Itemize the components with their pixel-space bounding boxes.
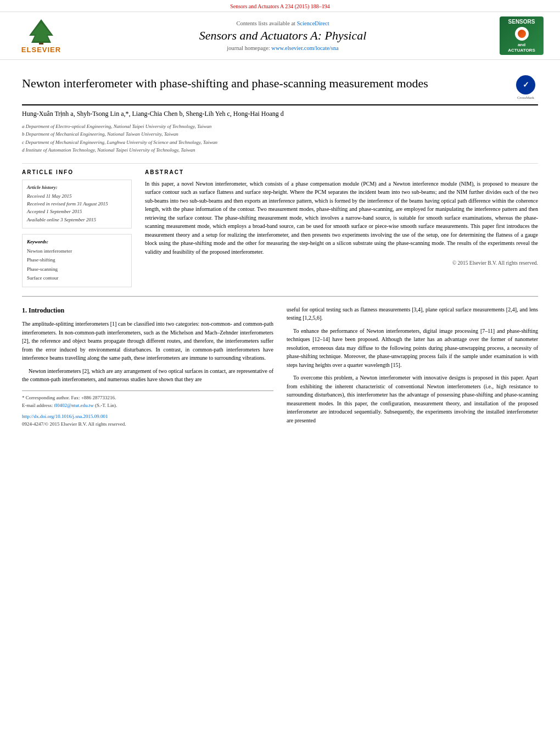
keyword-4: Surface contour xyxy=(27,274,127,282)
keyword-3: Phase-scanning xyxy=(27,265,127,274)
abstract-col: ABSTRACT In this paper, a novel Newton i… xyxy=(145,169,538,287)
revised-date: Received in revised form 31 August 2015 xyxy=(27,200,127,208)
main-content: Newton interferometer with phase-shiftin… xyxy=(0,60,560,440)
affiliation-a: a Department of Electro-optical Engineer… xyxy=(22,122,538,130)
intro-right-para-1: useful for optical testing such as flatn… xyxy=(287,305,538,322)
body-col-left: 1. Introduction The amplitude-splitting … xyxy=(22,305,273,429)
footnote-email: E-mail address: fl0402@ntut.edu.tw (S.-T… xyxy=(22,402,273,410)
info-abstract-section: ARTICLE INFO Article history: Received 1… xyxy=(22,163,538,287)
footnote-email-link[interactable]: fl0402@ntut.edu.tw xyxy=(54,403,93,408)
article-info-col: ARTICLE INFO Article history: Received 1… xyxy=(22,169,132,287)
body-two-col: 1. Introduction The amplitude-splitting … xyxy=(22,305,538,429)
elsevier-wordmark: ELSEVIER xyxy=(21,46,61,54)
crossmark-label: CrossMark xyxy=(517,96,534,100)
paper-title-section: Newton interferometer with phase-shiftin… xyxy=(22,65,538,105)
sciencedirect-link[interactable]: ScienceDirect xyxy=(297,20,329,26)
journal-header: ELSEVIER Contents lists available at Sci… xyxy=(0,12,560,60)
affiliation-b: b Department of Mechanical Engineering, … xyxy=(22,130,538,138)
received-date: Received 11 May 2015 xyxy=(27,192,127,200)
sensors-actuators-logo: SENSORS and ACTUATORS xyxy=(500,16,544,55)
article-history-label: Article history: xyxy=(27,185,127,190)
affiliations: a Department of Electro-optical Engineer… xyxy=(22,120,538,157)
journal-name: Sensors and Actuators A: Physical xyxy=(71,29,494,43)
footnote-section: * Corresponding author. Fax: +886 287733… xyxy=(22,390,273,428)
intro-section-title: 1. Introduction xyxy=(22,305,273,316)
intro-right-para-3: To overcome this problem, a Newton inter… xyxy=(287,373,538,425)
doi-link[interactable]: http://dx.doi.org/10.1016/j.sna.2015.09.… xyxy=(22,414,108,419)
authors-line: Hung-Xuân Trịnh a, Shyh-Tsong Lin a,*, L… xyxy=(22,105,538,120)
body-col-right: useful for optical testing such as flatn… xyxy=(287,305,538,429)
journal-homepage-link[interactable]: www.elsevier.com/locate/sna xyxy=(271,45,338,51)
elsevier-tree-icon xyxy=(19,18,63,46)
issn-line: 0924-4247/© 2015 Elsevier B.V. All right… xyxy=(22,421,273,428)
abstract-text: In this paper, a novel Newton interferom… xyxy=(145,180,538,256)
keyword-1: Newton interferometer xyxy=(27,247,127,255)
affiliation-d: d Institute of Automation Technology, Na… xyxy=(22,146,538,154)
intro-para-1: The amplitude-splitting interferometers … xyxy=(22,320,273,362)
sensors-logo-area: SENSORS and ACTUATORS xyxy=(494,16,549,55)
footnote-corresponding: * Corresponding author. Fax: +886 287733… xyxy=(22,394,273,402)
keyword-2: Phase-shifting xyxy=(27,255,127,264)
keywords-box: Keywords: Newton interferometer Phase-sh… xyxy=(22,234,132,287)
affiliation-c: c Department of Mechanical Engineering, … xyxy=(22,138,538,146)
journal-homepage-line: journal homepage: www.elsevier.com/locat… xyxy=(71,45,494,51)
contents-link-line: Contents lists available at ScienceDirec… xyxy=(71,20,494,26)
paper-title: Newton interferometer with phase-shiftin… xyxy=(22,75,502,92)
intro-right-para-2: To enhance the performance of Newton int… xyxy=(287,327,538,370)
accepted-date: Accepted 1 September 2015 xyxy=(27,208,127,215)
elsevier-logo-area: ELSEVIER xyxy=(11,18,71,54)
sensor-logo-icon xyxy=(515,27,529,41)
copyright-line: © 2015 Elsevier B.V. All rights reserved… xyxy=(145,260,538,266)
crossmark-area[interactable]: ✓ CrossMark xyxy=(513,75,538,100)
online-date: Available online 3 September 2015 xyxy=(27,216,127,224)
journal-center-info: Contents lists available at ScienceDirec… xyxy=(71,20,494,51)
journal-citation: Sensors and Actuators A 234 (2015) 188–1… xyxy=(0,0,560,12)
article-info-heading: ARTICLE INFO xyxy=(22,169,132,175)
abstract-heading: ABSTRACT xyxy=(145,169,538,175)
section-divider xyxy=(22,296,538,297)
article-info-box: Article history: Received 11 May 2015 Re… xyxy=(22,180,132,229)
keywords-label: Keywords: xyxy=(27,239,127,244)
intro-para-2: Newton interferometers [2], which are an… xyxy=(22,367,273,384)
crossmark-icon: ✓ xyxy=(516,75,535,94)
